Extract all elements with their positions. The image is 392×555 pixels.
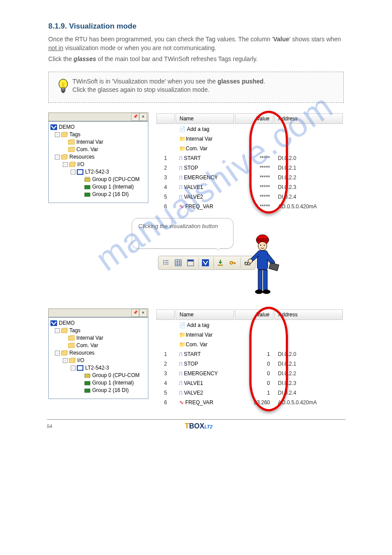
table-row[interactable]: 📄 Add a tag (156, 125, 343, 134)
group-green-icon (84, 380, 90, 386)
expander-icon[interactable]: - (63, 358, 68, 363)
pin-icon[interactable]: 📌 (131, 309, 139, 317)
group-yellow-icon (84, 373, 90, 378)
text: Click the glasses again to stop visualiz… (72, 86, 209, 93)
tree-node[interactable]: Group 2 (16 DI) (50, 387, 146, 394)
toolbar-list-icon[interactable] (161, 258, 171, 268)
expander-icon[interactable]: - (55, 155, 60, 160)
cell-value: ***** (235, 173, 273, 182)
worker-illustration (241, 228, 285, 299)
tree-root[interactable]: DEMO (50, 319, 146, 327)
tree-node[interactable]: Com. Var (50, 342, 146, 349)
expander-icon[interactable]: - (63, 162, 68, 167)
svg-point-0 (59, 79, 68, 89)
tree-node[interactable]: - Tags (50, 327, 146, 334)
tree-node[interactable]: - Resources (50, 349, 146, 357)
tree-node[interactable]: Group 1 (Internal) (50, 379, 146, 387)
table-row[interactable]: 6∿FREQ_VAR*****AO.0.5.0.420mA (156, 202, 343, 211)
col-header-index[interactable] (156, 113, 175, 124)
cell-idx: 4 (156, 183, 175, 192)
svg-rect-32 (85, 381, 90, 385)
tree-label: Internal Var (76, 139, 103, 145)
table-row[interactable]: 6∿FREQ_VAR53.260AO.0.5.0.420mA (156, 398, 343, 407)
cell-addr: DI.0.2.1 (274, 163, 343, 172)
svg-rect-31 (85, 374, 90, 377)
expander-icon[interactable]: - (55, 132, 60, 137)
toolbar-window-icon[interactable] (185, 258, 196, 268)
tree-label: LT2-542-3 (85, 169, 109, 175)
expander-icon[interactable]: - (71, 366, 76, 370)
table-row[interactable]: 📁Internal Var (156, 134, 343, 143)
tree-node[interactable]: - LT2-542-3 (50, 364, 146, 372)
table-row[interactable]: 2⎍STOP*****DI.0.2.1 (156, 163, 343, 172)
tree-node[interactable]: - I/O (50, 161, 146, 168)
table-row[interactable]: 📁Com. Var (156, 144, 343, 153)
svg-rect-24 (258, 270, 262, 290)
close-icon[interactable]: × (139, 309, 147, 317)
tree-label: Resources (69, 154, 94, 160)
tree-label: Resources (69, 350, 94, 356)
cell-name: VALVE2 (184, 390, 203, 396)
cell-idx: 2 (156, 163, 175, 172)
expander-icon[interactable]: - (55, 351, 60, 355)
table-row[interactable]: 4⎍VALVE1*****DI.0.2.3 (156, 183, 343, 192)
toolbar-grid-icon[interactable] (173, 258, 183, 268)
cell-name: START (184, 351, 201, 357)
table-row[interactable]: 📁Internal Var (156, 330, 343, 339)
folder-open-icon (61, 132, 68, 138)
expander-icon[interactable]: - (71, 170, 76, 174)
table-row[interactable]: 4⎍VALVE10DI.0.2.3 (156, 379, 343, 388)
device-icon (77, 365, 83, 371)
tree-node[interactable]: Group 0 (CPU-COM (50, 176, 146, 183)
col-header-value[interactable]: Value (235, 113, 273, 124)
tree-node[interactable]: - Tags (50, 131, 146, 138)
tree-node[interactable]: Group 0 (CPU-COM (50, 372, 146, 379)
tree-panel[interactable]: DEMO - Tags Internal Var Com. Var - (48, 317, 148, 399)
folder-icon: 📁 (179, 136, 186, 142)
table-row[interactable]: 5⎍VALVE21DI.0.2.4 (156, 388, 343, 397)
table-row[interactable]: 1⎍START*****DI.0.2.0 (156, 154, 343, 163)
cell-addr: DI.0.2.0 (274, 154, 343, 163)
col-header-index[interactable] (156, 309, 175, 320)
svg-rect-4 (78, 170, 83, 174)
folder-open-icon (61, 350, 68, 356)
tree-node[interactable]: - Resources (50, 153, 146, 161)
table-row[interactable]: 3⎍EMERGENCY*****DI.0.2.2 (156, 173, 343, 182)
table-row[interactable]: 📁Com. Var (156, 340, 343, 349)
table-row[interactable]: 5⎍VALVE2*****DI.0.2.4 (156, 192, 343, 201)
close-icon[interactable]: × (139, 113, 147, 121)
tree-node[interactable]: - LT2-542-3 (50, 168, 146, 176)
tree-node[interactable]: - I/O (50, 357, 146, 364)
new-tag-icon: 📄 (179, 322, 186, 328)
tree-label: Group 0 (CPU-COM (92, 372, 140, 378)
svg-point-13 (230, 261, 233, 264)
tree-node[interactable]: Internal Var (50, 334, 146, 342)
col-header-name[interactable]: Name (176, 113, 234, 124)
toolbar-download-icon[interactable] (213, 258, 226, 268)
pin-icon[interactable]: 📌 (131, 113, 139, 121)
table-row[interactable]: 2⎍STOP0DI.0.2.1 (156, 359, 343, 368)
cell-name: VALVE1 (184, 184, 203, 190)
col-header-address[interactable]: Address (274, 309, 343, 320)
expander-icon[interactable]: - (55, 328, 60, 333)
table-row[interactable]: 📄 Add a tag (156, 321, 343, 330)
folder-icon (68, 335, 75, 341)
tree-root[interactable]: DEMO (50, 123, 146, 131)
svg-rect-30 (78, 366, 83, 370)
tree-label: Tags (69, 327, 80, 334)
col-header-name[interactable]: Name (176, 309, 234, 320)
col-header-value[interactable]: Value (235, 309, 273, 320)
cell-idx: 1 (156, 154, 175, 163)
toolbar-key-icon[interactable] (227, 258, 238, 268)
table-row[interactable]: 3⎍EMERGENCY0DI.0.2.2 (156, 369, 343, 378)
tree-node[interactable]: Internal Var (50, 138, 146, 146)
tree-panel[interactable]: DEMO - Tags Internal Var Com. Var - (48, 121, 148, 203)
table-row[interactable]: 1⎍START1DI.0.2.0 (156, 350, 343, 359)
tree-node[interactable]: Com. Var (50, 146, 146, 153)
toolbar-app-icon[interactable] (198, 258, 211, 268)
cell-idx: 3 (156, 173, 175, 182)
text: TWinSoft is in 'Visualization mode' when… (72, 78, 217, 85)
col-header-address[interactable]: Address (274, 113, 343, 124)
tree-node[interactable]: Group 1 (Internal) (50, 183, 146, 191)
tree-node[interactable]: Group 2 (16 DI) (50, 191, 146, 198)
